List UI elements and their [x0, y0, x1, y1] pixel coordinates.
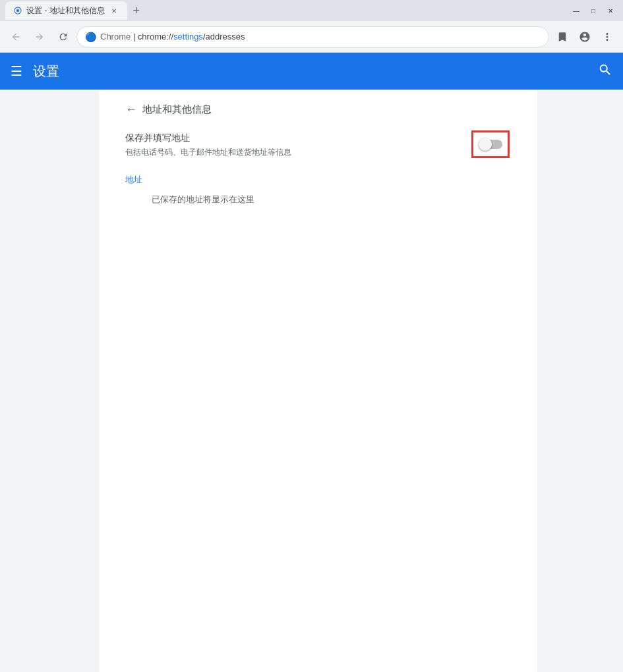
address-chrome: Chrome — [100, 32, 131, 42]
browser-toolbar: 🔵 Chrome | chrome://settings/addresses — [0, 21, 623, 53]
more-icon — [601, 31, 613, 43]
header-search-button[interactable] — [598, 63, 612, 80]
account-button[interactable] — [574, 26, 595, 47]
close-button[interactable]: ✕ — [603, 5, 618, 16]
page-heading: 地址和其他信息 — [142, 103, 212, 116]
search-icon — [598, 63, 612, 77]
address-settings: settings — [173, 32, 203, 42]
right-area — [537, 90, 623, 672]
back-navigation[interactable]: ← 地址和其他信息 — [125, 103, 508, 117]
account-icon — [579, 31, 591, 43]
site-info-icon: 🔵 — [85, 32, 96, 42]
hamburger-menu-button[interactable]: ☰ — [11, 63, 22, 79]
save-addresses-info: 保存并填写地址 包括电话号码、电子邮件地址和送货地址等信息 — [125, 132, 463, 158]
refresh-button[interactable] — [53, 26, 74, 47]
bookmark-icon — [556, 31, 568, 43]
refresh-icon — [58, 32, 69, 42]
minimize-button[interactable]: — — [569, 5, 583, 16]
bookmark-button[interactable] — [552, 26, 573, 47]
save-addresses-label: 保存并填写地址 — [125, 132, 463, 144]
toolbar-right — [552, 26, 618, 47]
save-addresses-row: 保存并填写地址 包括电话号码、电子邮件地址和送货地址等信息 — [125, 132, 508, 158]
active-tab[interactable]: 设置 - 地址和其他信息 ✕ — [5, 1, 127, 20]
svg-point-1 — [16, 9, 19, 12]
chrome-menu-button[interactable] — [597, 26, 618, 47]
toggle-highlight — [473, 132, 508, 156]
forward-icon — [34, 32, 45, 42]
sidebar — [0, 90, 99, 672]
toggle-thumb — [479, 138, 492, 151]
titlebar: 设置 - 地址和其他信息 ✕ + — □ ✕ — [0, 0, 623, 21]
main-content: ← 地址和其他信息 保存并填写地址 包括电话号码、电子邮件地址和送货地址等信息 — [99, 90, 537, 672]
back-button[interactable] — [5, 26, 26, 47]
settings-tab-icon — [13, 6, 22, 15]
address-text: Chrome | chrome://settings/addresses — [100, 32, 245, 42]
content-wrapper: ← 地址和其他信息 保存并填写地址 包括电话号码、电子邮件地址和送货地址等信息 — [0, 90, 623, 672]
window-controls: — □ ✕ — [569, 5, 618, 16]
app-header-left: ☰ 设置 — [11, 63, 59, 80]
addresses-section-title: 地址 — [125, 174, 508, 186]
titlebar-left: 设置 - 地址和其他信息 ✕ + — [5, 1, 146, 20]
back-arrow-icon: ← — [125, 103, 137, 117]
addresses-empty-message: 已保存的地址将显示在这里 — [152, 194, 508, 206]
settings-page: ← 地址和其他信息 保存并填写地址 包括电话号码、电子邮件地址和送货地址等信息 — [99, 90, 534, 219]
back-icon — [11, 32, 21, 42]
save-addresses-desc: 包括电话号码、电子邮件地址和送货地址等信息 — [125, 147, 463, 158]
forward-button[interactable] — [29, 26, 50, 47]
address-bar[interactable]: 🔵 Chrome | chrome://settings/addresses — [76, 26, 549, 47]
new-tab-button[interactable]: + — [127, 1, 146, 20]
tab-close-button[interactable]: ✕ — [109, 5, 119, 16]
tab-title: 设置 - 地址和其他信息 — [26, 5, 105, 16]
maximize-button[interactable]: □ — [586, 5, 601, 16]
save-addresses-toggle[interactable] — [479, 138, 502, 151]
app-title: 设置 — [33, 63, 59, 80]
app-header: ☰ 设置 — [0, 53, 623, 90]
